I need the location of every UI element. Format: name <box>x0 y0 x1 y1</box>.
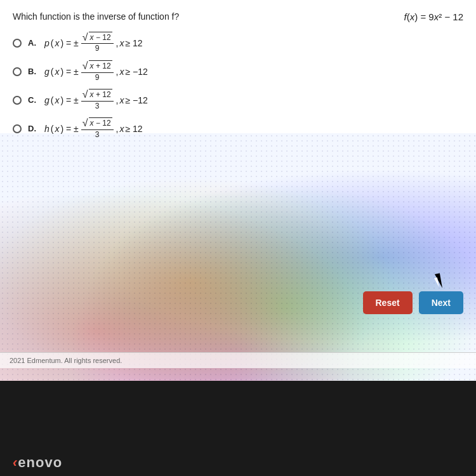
formula-A: p(x) = ± √ x − 12 9 <box>44 32 143 54</box>
question-text: Which function is the inverse of functio… <box>13 11 463 22</box>
label-D: D. <box>28 124 38 133</box>
laptop-body: ‹enovo <box>0 381 476 476</box>
radio-C[interactable] <box>13 96 22 105</box>
radio-D[interactable] <box>13 124 22 133</box>
laptop-screen: Which function is the inverse of functio… <box>0 0 476 381</box>
formula-B: g(x) = ± √ x + 12 9 <box>44 60 148 83</box>
next-button[interactable]: Next <box>419 291 463 314</box>
buttons-area: Reset Next <box>363 291 464 314</box>
reset-button[interactable]: Reset <box>363 291 413 314</box>
screen: Which function is the inverse of functio… <box>0 0 476 476</box>
copyright-text: 2021 Edmentum. All rights reserved. <box>10 357 122 364</box>
answer-option-A[interactable]: A. p(x) = ± √ x − 12 <box>13 32 463 54</box>
pattern-overlay <box>0 133 476 381</box>
label-B: B. <box>28 67 38 76</box>
footer: 2021 Edmentum. All rights reserved. <box>0 352 476 368</box>
answer-option-D[interactable]: D. h(x) = ± √ x − 12 <box>13 117 463 140</box>
function-display: f(x) = 9x² − 12 <box>404 11 463 22</box>
answers-list: A. p(x) = ± √ x − 12 <box>13 32 463 140</box>
label-A: A. <box>28 38 38 48</box>
function-label: f(x) = 9x² − 12 <box>404 11 463 22</box>
label-C: C. <box>28 95 38 105</box>
answer-option-C[interactable]: C. g(x) = ± √ x + 12 <box>13 89 463 111</box>
radio-A[interactable] <box>13 39 22 48</box>
answer-option-B[interactable]: B. g(x) = ± √ x + 12 <box>13 60 463 83</box>
radio-B[interactable] <box>13 67 22 76</box>
formula-C: g(x) = ± √ x + 12 3 <box>44 89 148 111</box>
content-area: Which function is the inverse of functio… <box>0 0 476 381</box>
question-container: Which function is the inverse of functio… <box>0 0 476 146</box>
brand-logo: ‹enovo <box>13 454 62 471</box>
formula-D: h(x) = ± √ x − 12 3 <box>44 117 143 140</box>
